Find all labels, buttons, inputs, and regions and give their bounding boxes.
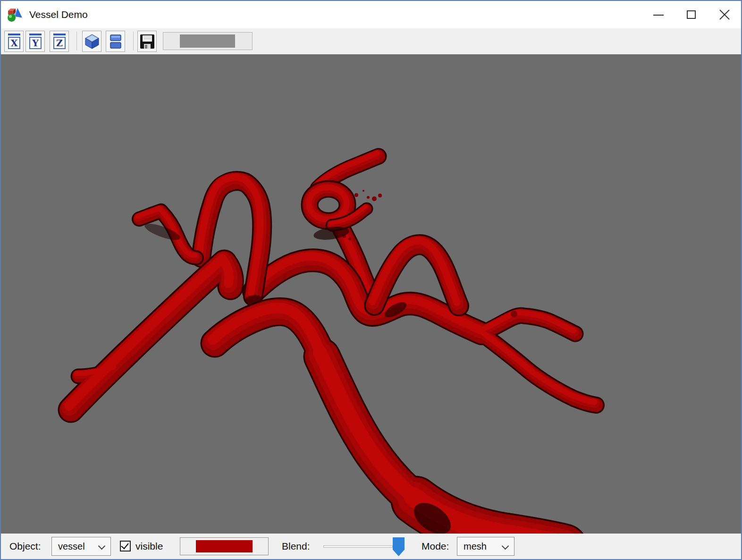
- toolbar-separator: [133, 32, 134, 51]
- floppy-disk-icon: [139, 34, 155, 50]
- svg-text:X: X: [10, 38, 17, 48]
- slice-y-button[interactable]: Y: [25, 31, 45, 52]
- maximize-button[interactable]: [675, 1, 708, 28]
- title-bar: Vessel Demo: [1, 1, 741, 28]
- cube-icon: [84, 33, 101, 50]
- app-logo-icon: [7, 7, 23, 23]
- 3d-viewport[interactable]: [1, 54, 741, 534]
- minimize-button[interactable]: [642, 1, 675, 28]
- slice-z-button[interactable]: Z: [50, 31, 69, 52]
- status-bar: Object: vessel visible Blend: Mode: mesh: [1, 534, 741, 559]
- slice-z-icon: Z: [52, 33, 67, 50]
- object-label: Object:: [9, 541, 41, 552]
- svg-text:Y: Y: [32, 38, 39, 48]
- blend-slider-track[interactable]: [323, 545, 393, 548]
- save-button[interactable]: [137, 31, 157, 52]
- visible-checkbox[interactable]: [120, 541, 131, 552]
- close-button[interactable]: [708, 1, 741, 28]
- svg-text:Z: Z: [56, 38, 63, 48]
- chevron-down-icon: [98, 543, 106, 550]
- window-title: Vessel Demo: [29, 9, 88, 20]
- toolbar-separator: [76, 32, 77, 51]
- check-icon: [121, 541, 129, 549]
- object-combobox[interactable]: vessel: [51, 537, 111, 556]
- blend-label: Blend:: [282, 541, 310, 552]
- mode-label: Mode:: [422, 541, 449, 552]
- slice-x-button[interactable]: X: [4, 31, 24, 52]
- chevron-down-icon: [502, 543, 509, 550]
- vessel-3d-render[interactable]: [1, 54, 741, 534]
- minimize-icon: [653, 9, 664, 20]
- cube-3d-button[interactable]: [82, 31, 101, 52]
- toolbar: X Y Z: [1, 28, 741, 54]
- progress-chunk: [180, 34, 236, 48]
- slice-y-icon: Y: [28, 33, 43, 50]
- split-view-icon: [108, 33, 124, 50]
- maximize-icon: [686, 9, 697, 20]
- blend-slider-thumb[interactable]: [393, 537, 405, 556]
- mode-combobox-value: mesh: [464, 541, 487, 552]
- mode-combobox[interactable]: mesh: [457, 537, 514, 556]
- split-view-button[interactable]: [106, 31, 125, 52]
- visible-label: visible: [135, 541, 163, 552]
- toolbar-progress-bar: [163, 32, 253, 50]
- slice-x-icon: X: [7, 33, 22, 50]
- app-window: Vessel Demo X: [0, 0, 742, 560]
- object-combobox-value: vessel: [58, 541, 85, 552]
- color-picker-button[interactable]: [180, 537, 269, 555]
- close-icon: [719, 9, 730, 20]
- color-swatch: [196, 540, 253, 552]
